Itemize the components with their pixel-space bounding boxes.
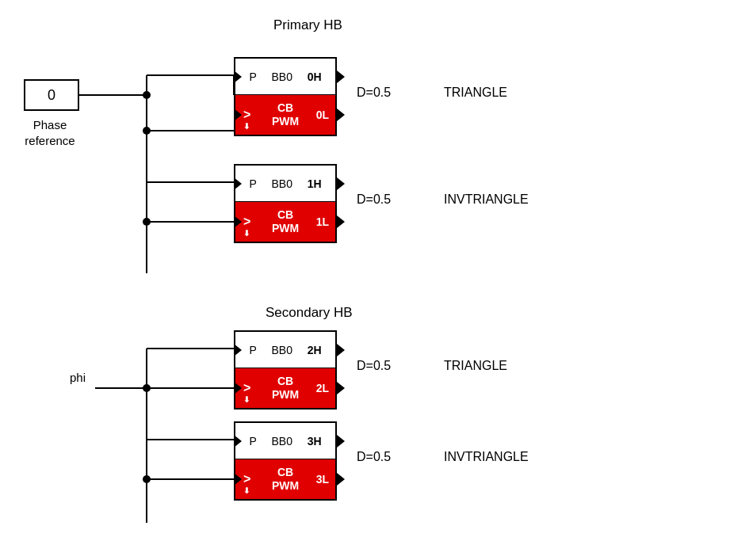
primary-hb-header: Primary HB	[273, 17, 342, 33]
block3-top: P BB0 3H	[234, 421, 337, 459]
block0-top: P BB0 0H	[234, 57, 337, 95]
block0-bottom-text: CB PWM	[272, 101, 299, 128]
block1-down-indicator: ⬇	[243, 229, 250, 238]
block2-wave-label: TRIANGLE	[444, 359, 507, 373]
svg-point-9	[143, 218, 151, 226]
block1-bottom-text: CB PWM	[272, 208, 299, 235]
svg-point-2	[143, 91, 151, 99]
block3-bottom-arrow	[234, 473, 242, 486]
block0-down-indicator: ⬇	[243, 122, 250, 131]
svg-point-18	[143, 475, 151, 483]
block2: P BB0 2H > CB PWM 2L ⬇	[234, 330, 337, 410]
block1-d-label: D=0.5	[357, 192, 391, 207]
block3-top-text: P BB0 3H	[235, 435, 335, 448]
phase-ref-box: 0	[24, 79, 79, 111]
block1: P BB0 1H > CB PWM 1L ⬇	[234, 164, 337, 243]
block2-bottom-text: CB PWM	[272, 375, 299, 402]
block0-d-label: D=0.5	[357, 86, 391, 100]
wires	[0, 0, 749, 560]
block3-bottom: > CB PWM 3L ⬇	[234, 459, 337, 501]
block2-bottom-output-arrow	[337, 382, 345, 394]
block1-bottom-output-arrow	[337, 215, 345, 228]
block2-top-output-arrow	[337, 344, 345, 356]
block2-d-label: D=0.5	[357, 359, 391, 373]
block2-top: P BB0 2H	[234, 330, 337, 368]
block0-wave-label: TRIANGLE	[444, 86, 507, 100]
block0: P BB0 0H > CB PWM 0L ⬇	[234, 57, 337, 136]
block2-top-arrow	[234, 344, 242, 356]
secondary-hb-header: Secondary HB	[266, 305, 353, 321]
block1-top-text: P BB0 1H	[235, 177, 335, 190]
block3-down-indicator: ⬇	[243, 486, 250, 495]
block3-bottom-output-arrow	[337, 473, 345, 486]
block1-bottom: > CB PWM 1L ⬇	[234, 202, 337, 243]
block3-top-arrow	[234, 435, 242, 448]
block2-bottom-arrow	[234, 382, 242, 394]
block0-bottom-output-arrow	[337, 109, 345, 121]
block2-bottom: > CB PWM 2L ⬇	[234, 368, 337, 410]
phi-label: phi	[70, 371, 86, 384]
block0-top-arrow	[234, 70, 242, 83]
block0-bottom: > CB PWM 0L ⬇	[234, 95, 337, 136]
phase-ref-label: Phase reference	[14, 117, 86, 148]
block1-top-arrow	[234, 177, 242, 190]
block3-d-label: D=0.5	[357, 450, 391, 464]
block1-top-output-arrow	[337, 177, 345, 190]
block0-top-text: P BB0 0H	[235, 70, 335, 83]
block3-wave-label: INVTRIANGLE	[444, 450, 529, 464]
svg-point-6	[143, 127, 151, 135]
block1-bottom-arrow	[234, 215, 242, 228]
block2-down-indicator: ⬇	[243, 395, 250, 404]
block3-top-output-arrow	[337, 435, 345, 448]
diagram: 0 Phase reference phi Primary HB P BB0 0…	[0, 0, 749, 560]
block0-bottom-arrow	[234, 109, 242, 121]
block1-wave-label: INVTRIANGLE	[444, 192, 529, 207]
svg-point-14	[143, 384, 151, 392]
phase-ref-value: 0	[48, 87, 55, 104]
block2-top-text: P BB0 2H	[235, 344, 335, 356]
block3: P BB0 3H > CB PWM 3L ⬇	[234, 421, 337, 501]
block1-top: P BB0 1H	[234, 164, 337, 202]
block0-top-output-arrow	[337, 70, 345, 83]
block3-bottom-text: CB PWM	[272, 466, 299, 493]
